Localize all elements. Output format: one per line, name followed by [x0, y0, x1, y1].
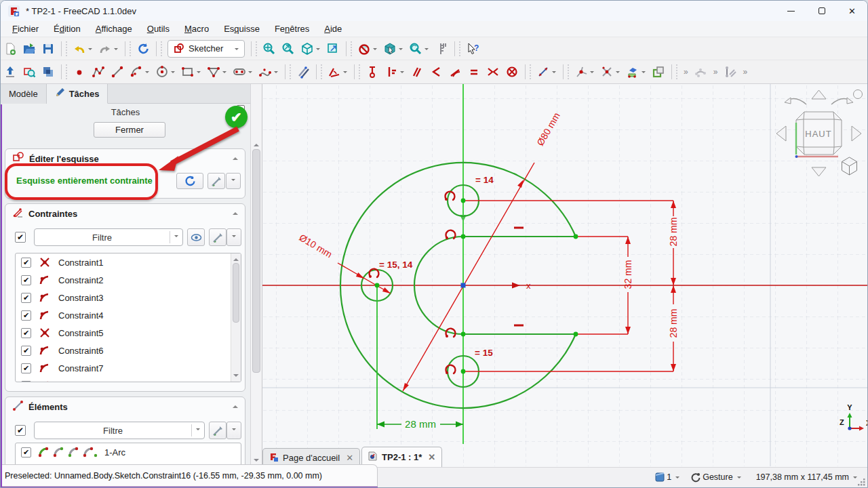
- dropdown-arrow-icon[interactable]: [197, 71, 201, 75]
- fillet-node-button[interactable]: [572, 62, 597, 81]
- save-file-button[interactable]: [39, 39, 57, 58]
- toolbar-overflow-button[interactable]: »: [741, 67, 749, 77]
- dropdown-arrow-icon[interactable]: [552, 71, 556, 75]
- constraints-filter-combo[interactable]: Filtre: [34, 228, 183, 246]
- sketch-tools-button[interactable]: [208, 173, 225, 189]
- fit-all-button[interactable]: [260, 39, 278, 58]
- redo-button[interactable]: [96, 39, 121, 58]
- constraints-header[interactable]: Contraintes: [5, 204, 245, 223]
- close-task-button[interactable]: Fermer: [94, 122, 165, 138]
- horizontal-constraint-icon[interactable]: [514, 325, 524, 327]
- polygon-button[interactable]: [205, 62, 229, 81]
- constraint-row[interactable]: ✔Constraint6: [16, 342, 241, 359]
- collapse-icon[interactable]: [233, 403, 238, 408]
- dropdown-arrow-icon[interactable]: [145, 71, 149, 75]
- dropdown-arrow-icon[interactable]: [373, 48, 377, 52]
- task-panel-scrollbar[interactable]: [250, 84, 262, 467]
- show-constraints-button[interactable]: [187, 228, 205, 246]
- toolbar-overflow-button[interactable]: »: [711, 67, 719, 77]
- polyline-button[interactable]: [90, 62, 107, 81]
- new-file-button[interactable]: [1, 39, 19, 58]
- measure-button[interactable]: [433, 39, 450, 58]
- constraint-checkbox[interactable]: ✔: [21, 275, 31, 285]
- point-button[interactable]: [71, 62, 88, 81]
- element-row[interactable]: ✔1-Arc: [16, 443, 241, 461]
- menu-aide[interactable]: Aide: [317, 22, 349, 35]
- rotate-view-button[interactable]: [407, 39, 431, 58]
- maximize-button[interactable]: [806, 1, 837, 21]
- elements-settings-dropdown[interactable]: [226, 422, 241, 439]
- close-tab-icon[interactable]: ✕: [428, 452, 435, 462]
- constraint-row[interactable]: ✔Constraint1: [16, 253, 241, 271]
- fillet-button[interactable]: [326, 62, 350, 81]
- layer-value[interactable]: 1: [667, 472, 671, 482]
- leave-sketch-button[interactable]: [1, 62, 19, 81]
- refresh-sketch-button[interactable]: [176, 173, 203, 189]
- constraint-row[interactable]: ✔Constraint4: [16, 306, 241, 324]
- tab-modele[interactable]: Modèle: [1, 84, 47, 104]
- arc-button[interactable]: [127, 62, 152, 81]
- menu-outils[interactable]: Outils: [140, 22, 177, 35]
- collapse-icon[interactable]: [233, 209, 238, 215]
- constraint-row[interactable]: ✔Constraint5: [16, 324, 241, 342]
- constrain-lock-button[interactable]: [382, 62, 407, 81]
- constrain-symmetric-button[interactable]: [484, 62, 502, 81]
- dropdown-arrow-icon[interactable]: [222, 71, 226, 75]
- rectangle-button[interactable]: [179, 62, 203, 81]
- elements-settings-button[interactable]: [209, 422, 226, 439]
- constraint-checkbox[interactable]: ✔: [21, 328, 31, 338]
- dimension-readout[interactable]: 197,38 mm x 117,45 mm: [756, 472, 849, 482]
- constraint-checkbox[interactable]: ✔: [21, 258, 31, 268]
- nav-style-dropdown[interactable]: [737, 476, 741, 481]
- external-geometry-button[interactable]: [624, 62, 648, 81]
- dropdown-arrow-icon[interactable]: [642, 71, 646, 75]
- offset-button[interactable]: [294, 62, 312, 81]
- isometric-view-button[interactable]: [298, 39, 323, 58]
- dropdown-arrow-icon[interactable]: [400, 71, 404, 75]
- menu-edition[interactable]: Édition: [46, 22, 88, 35]
- constraint-checkbox[interactable]: ✔: [21, 293, 31, 303]
- constraint-row[interactable]: ✔Constraint3: [16, 289, 241, 306]
- dropdown-arrow-icon[interactable]: [274, 71, 278, 75]
- constraint-checkbox[interactable]: ✔: [21, 310, 31, 321]
- minimize-button[interactable]: [776, 1, 806, 21]
- dropdown-arrow-icon[interactable]: [316, 48, 320, 52]
- dropdown-arrow-icon[interactable]: [616, 71, 620, 75]
- dropdown-arrow-icon[interactable]: [88, 48, 92, 52]
- constraint-row[interactable]: ✔Constraint7: [16, 359, 241, 377]
- navigation-cube-button[interactable]: [381, 39, 406, 58]
- elements-header[interactable]: Éléments: [5, 397, 245, 416]
- box-zoom-button[interactable]: [324, 39, 342, 58]
- bspline-info-button[interactable]: [692, 62, 709, 81]
- constraint-row[interactable]: ✔: [16, 377, 241, 382]
- constrain-equal-button[interactable]: [465, 62, 483, 81]
- trim-button[interactable]: [598, 62, 623, 81]
- constrain-parallel-button[interactable]: [408, 62, 426, 81]
- workbench-selector[interactable]: Sketcher: [167, 40, 245, 58]
- constraint-checkbox[interactable]: ✔: [21, 363, 31, 373]
- layer-dropdown[interactable]: [675, 476, 679, 481]
- constraints-list[interactable]: ✔Constraint1✔Constraint2✔Constraint3✔Con…: [15, 253, 241, 382]
- sketch-tools-dropdown[interactable]: [226, 173, 241, 189]
- refresh-button[interactable]: [134, 39, 152, 58]
- viewport-3d[interactable]: x: [262, 84, 868, 467]
- constraints-scrollbar[interactable]: [231, 253, 241, 382]
- constrain-block-button[interactable]: [503, 62, 521, 81]
- dimension-dropdown[interactable]: [853, 476, 857, 481]
- circle-button[interactable]: [153, 62, 178, 81]
- constrain-distance-button[interactable]: [363, 62, 381, 81]
- dropdown-arrow-icon[interactable]: [114, 48, 118, 52]
- element-checkbox[interactable]: ✔: [21, 447, 31, 458]
- dropdown-arrow-icon[interactable]: [425, 48, 429, 52]
- fit-selection-button[interactable]: [279, 39, 297, 58]
- menu-affichage[interactable]: Affichage: [88, 22, 140, 35]
- constrain-perpendicular-button[interactable]: [427, 62, 445, 81]
- horizontal-constraint-icon[interactable]: [514, 227, 524, 229]
- dropdown-arrow-icon[interactable]: [343, 71, 347, 75]
- dropdown-arrow-icon[interactable]: [248, 71, 252, 75]
- elements-list[interactable]: ✔1-Arc✔: [15, 443, 241, 467]
- dropdown-arrow-icon[interactable]: [399, 48, 403, 52]
- tab-taches[interactable]: Tâches: [47, 84, 108, 104]
- origin-point[interactable]: [461, 283, 466, 288]
- constraint-checkbox[interactable]: ✔: [21, 346, 31, 356]
